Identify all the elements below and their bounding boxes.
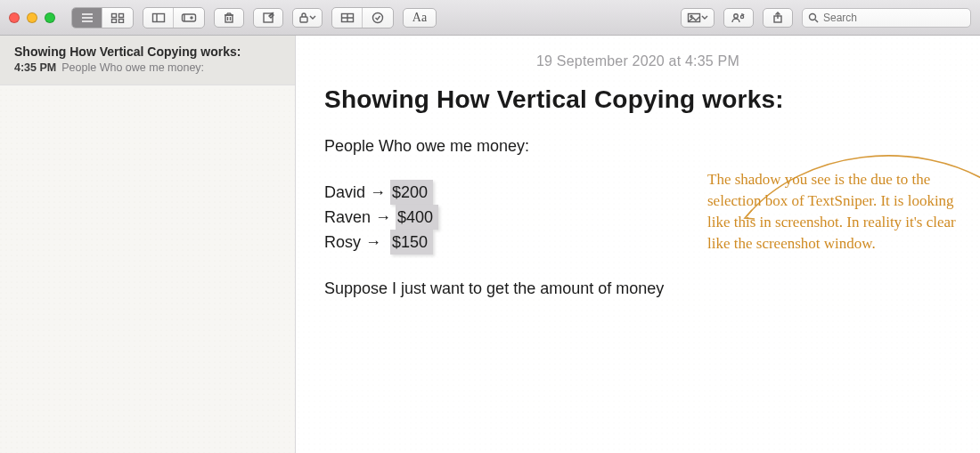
svg-rect-7 (152, 13, 164, 21)
checklist-button[interactable] (363, 8, 393, 28)
row-name: Raven (324, 208, 371, 226)
chevron-down-icon (701, 14, 708, 21)
arrow-icon: → (375, 208, 391, 226)
note-editor[interactable]: 19 September 2020 at 4:35 PM Showing How… (296, 36, 980, 453)
svg-rect-3 (112, 13, 117, 17)
svg-point-27 (690, 15, 692, 17)
svg-rect-21 (300, 17, 307, 22)
insert-segment (331, 7, 394, 28)
svg-point-29 (740, 15, 743, 18)
delete-button[interactable] (214, 8, 244, 28)
list-view-button[interactable] (72, 8, 102, 28)
note-item-title: Showing How Vertical Copying works: (14, 44, 281, 59)
note-title: Showing How Vertical Copying works: (324, 85, 951, 114)
new-note-button[interactable] (253, 8, 283, 28)
svg-line-31 (743, 14, 744, 15)
view-mode-segment (71, 7, 134, 28)
row-amount: $150 (392, 233, 428, 251)
notes-sidebar: Showing How Vertical Copying works: 4:35… (0, 36, 296, 453)
svg-rect-5 (112, 19, 117, 22)
window-controls (9, 12, 55, 23)
row-amount: $400 (397, 208, 433, 226)
table-button[interactable] (332, 8, 363, 28)
share-button[interactable] (763, 8, 793, 28)
collaborate-button[interactable] (723, 8, 754, 28)
selection-highlight: $200 (390, 180, 433, 205)
attachments-view-button[interactable] (174, 8, 204, 28)
arrow-icon: → (365, 233, 381, 251)
zoom-window-button[interactable] (45, 12, 55, 23)
note-item-time: 4:35 PM (14, 61, 56, 74)
row-name: David (324, 183, 365, 201)
search-icon (808, 12, 819, 23)
lock-button[interactable] (292, 8, 323, 28)
close-window-button[interactable] (9, 12, 20, 23)
svg-point-25 (373, 12, 383, 22)
search-input[interactable] (823, 12, 965, 24)
minimize-window-button[interactable] (27, 12, 37, 23)
svg-rect-4 (119, 13, 124, 17)
note-subtitle: People Who owe me money: (324, 133, 951, 158)
media-button[interactable] (681, 8, 715, 28)
svg-rect-6 (119, 19, 124, 22)
toolbar: Aa (0, 0, 980, 36)
row-name: Rosy (324, 233, 361, 251)
format-button[interactable]: Aa (403, 8, 437, 28)
annotation-text: The shadow you see is the due to the sel… (707, 169, 957, 255)
arrow-icon: → (370, 183, 386, 201)
svg-point-11 (191, 17, 192, 19)
row-amount: $200 (392, 183, 428, 201)
folders-toggle-button[interactable] (143, 8, 174, 28)
gallery-view-button[interactable] (102, 8, 133, 28)
svg-point-34 (810, 13, 816, 20)
note-footer-line: Suppose I just want to get the amount of… (324, 276, 951, 301)
search-field[interactable] (802, 8, 971, 28)
note-date: 19 September 2020 at 4:35 PM (324, 53, 951, 69)
selection-highlight: $150 (390, 230, 433, 255)
note-item-preview: People Who owe me money: (61, 61, 204, 74)
svg-rect-12 (225, 15, 233, 22)
chevron-down-icon (309, 14, 316, 21)
attachments-segment (143, 7, 205, 28)
svg-line-35 (815, 20, 818, 22)
selection-highlight: $400 (396, 205, 438, 230)
note-list-item[interactable]: Showing How Vertical Copying works: 4:35… (0, 36, 295, 85)
note-item-subtitle: 4:35 PMPeople Who owe me money: (14, 61, 281, 74)
svg-point-28 (734, 13, 738, 17)
